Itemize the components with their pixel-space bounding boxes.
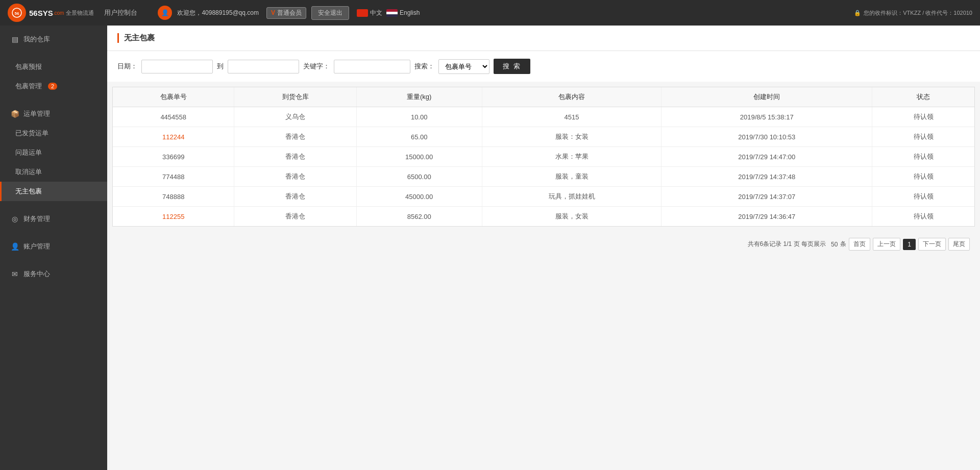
sidebar-section-finance: ◎ 财务管理 [0, 205, 107, 233]
cell-created: 2019/7/30 10:10:53 [662, 127, 872, 147]
sidebar-item-ownerless[interactable]: 无主包裹 [0, 182, 107, 201]
sidebar-item-service[interactable]: ✉ 服务中心 [0, 264, 107, 284]
lang-cn-label: 中文 [370, 9, 382, 17]
date-from-input[interactable] [141, 60, 213, 73]
user-id-text: 您的收件标识：VTKZZ / 收件代号：102010 [864, 9, 972, 17]
cell-created: 2019/8/5 15:38:17 [662, 107, 872, 127]
cell-content: 水果：苹果 [482, 147, 662, 167]
cell-status: 待认领 [872, 127, 974, 147]
current-page-button[interactable]: 1 [903, 239, 916, 250]
cell-warehouse: 香港仓 [234, 187, 356, 207]
cell-warehouse: 义乌仓 [234, 107, 356, 127]
col-status: 状态 [872, 87, 974, 107]
sidebar-service-label: 服务中心 [23, 269, 50, 279]
flag-th-icon [386, 9, 398, 17]
sidebar-item-shipping-management[interactable]: 📦 运单管理 [0, 104, 107, 123]
pagination-info: 共有6条记录 1/1 页 每页展示 [748, 240, 826, 249]
header: 56 56SYS .com 全景物流通 用户控制台 👤 欢迎您，40988919… [0, 0, 980, 26]
col-package-no: 包裹单号 [113, 87, 234, 107]
logout-button[interactable]: 安全退出 [311, 6, 349, 20]
keyword-label: 关键字： [303, 62, 330, 71]
table-header: 包裹单号 到货仓库 重量(kg) 包裹内容 创建时间 状态 [113, 87, 974, 107]
cell-status: 待认领 [872, 147, 974, 167]
sidebar-item-cancel-orders[interactable]: 取消运单 [0, 162, 107, 182]
search-type-select[interactable]: 包裹单号 [438, 59, 489, 74]
date-label: 日期： [117, 62, 137, 71]
flag-cn-icon [357, 9, 368, 17]
sidebar-account-label: 账户管理 [23, 242, 50, 251]
sidebar-section-packages: 包裹预报 包裹管理 2 [0, 53, 107, 100]
sidebar-finance-label: 财务管理 [23, 214, 50, 224]
date-to-input[interactable] [228, 60, 299, 73]
page-header: 无主包裹 [107, 26, 980, 51]
page-title: 无主包裹 [117, 33, 155, 43]
table-row: 774488 香港仓 6500.00 服装，童装 2019/7/29 14:37… [113, 167, 974, 187]
table-row: 112255 香港仓 8562.00 服装，女装 2019/7/29 14:36… [113, 207, 974, 227]
sidebar-item-package-management[interactable]: 包裹管理 2 [0, 77, 107, 96]
cell-status: 待认领 [872, 207, 974, 227]
first-page-button[interactable]: 首页 [849, 238, 870, 251]
sidebar-item-package-report[interactable]: 包裹预报 [0, 57, 107, 77]
sidebar-section-warehouse: ▤ 我的仓库 [0, 26, 107, 53]
sidebar-item-finance[interactable]: ◎ 财务管理 [0, 209, 107, 229]
content-area: 无主包裹 日期： 到 关键字： 搜索： 包裹单号 搜 索 包裹单号 到货仓库 [107, 26, 980, 470]
shipping-icon: 📦 [10, 110, 19, 118]
sidebar-section-account: 👤 账户管理 [0, 233, 107, 260]
keyword-input[interactable] [334, 60, 410, 73]
cell-content: 服装，女装 [482, 207, 662, 227]
data-table-container: 包裹单号 到货仓库 重量(kg) 包裹内容 创建时间 状态 4454558 义乌… [112, 87, 975, 227]
pagination-per-page: 50 [831, 241, 838, 248]
date-to-separator: 到 [217, 62, 224, 71]
cell-weight: 6500.00 [356, 167, 482, 187]
cell-package-no: 4454558 [113, 107, 234, 127]
logo-icon: 56 [8, 4, 26, 22]
logo-text: 56SYS [29, 9, 53, 17]
col-created: 创建时间 [662, 87, 872, 107]
sidebar-section-shipping: 📦 运单管理 已发货运单 问题运单 取消运单 无主包裹 [0, 100, 107, 205]
account-icon: 👤 [10, 242, 19, 251]
avatar: 👤 [158, 6, 172, 20]
data-table: 包裹单号 到货仓库 重量(kg) 包裹内容 创建时间 状态 4454558 义乌… [113, 87, 974, 226]
sidebar-item-my-warehouse[interactable]: ▤ 我的仓库 [0, 30, 107, 49]
cell-weight: 15000.00 [356, 147, 482, 167]
search-button[interactable]: 搜 索 [494, 59, 530, 74]
lang-en-button[interactable]: English [386, 9, 420, 17]
lang-en-label: English [400, 9, 420, 16]
prev-page-button[interactable]: 上一页 [873, 238, 900, 251]
cell-weight: 10.00 [356, 107, 482, 127]
cell-package-no: 748888 [113, 187, 234, 207]
sidebar-cancel-orders-label: 取消运单 [15, 167, 42, 177]
cell-created: 2019/7/29 14:37:48 [662, 167, 872, 187]
cell-weight: 8562.00 [356, 207, 482, 227]
table-row: 112244 香港仓 65.00 服装：女装 2019/7/30 10:10:5… [113, 127, 974, 147]
finance-icon: ◎ [10, 215, 19, 223]
logo-subtitle: 全景物流通 [66, 9, 94, 17]
cell-created: 2019/7/29 14:47:00 [662, 147, 872, 167]
table-row: 336699 香港仓 15000.00 水果：苹果 2019/7/29 14:4… [113, 147, 974, 167]
cell-warehouse: 香港仓 [234, 147, 356, 167]
sidebar-item-shipped-orders[interactable]: 已发货运单 [0, 123, 107, 143]
lang-cn-button[interactable]: 中文 [357, 9, 382, 17]
cell-created: 2019/7/29 14:37:07 [662, 187, 872, 207]
member-label: 普通会员 [277, 9, 302, 17]
cell-status: 待认领 [872, 107, 974, 127]
member-v-icon: V [271, 9, 275, 16]
cell-warehouse: 香港仓 [234, 127, 356, 147]
next-page-button[interactable]: 下一页 [918, 238, 946, 251]
sidebar-package-management-label: 包裹管理 [15, 82, 42, 91]
main-layout: ▤ 我的仓库 包裹预报 包裹管理 2 📦 运单管理 已发货运单 问题运单 [0, 26, 980, 470]
sidebar-ownerless-label: 无主包裹 [15, 187, 42, 196]
service-icon: ✉ [10, 270, 19, 278]
sidebar-item-account[interactable]: 👤 账户管理 [0, 237, 107, 256]
cell-content: 4515 [482, 107, 662, 127]
sidebar-item-problem-orders[interactable]: 问题运单 [0, 143, 107, 162]
cell-package-no[interactable]: 112255 [113, 207, 234, 227]
pagination-per-page-unit: 条 [840, 240, 846, 249]
cell-status: 待认领 [872, 187, 974, 207]
cell-package-no[interactable]: 112244 [113, 127, 234, 147]
pagination: 共有6条记录 1/1 页 每页展示 50 条 首页 上一页 1 下一页 尾页 [107, 232, 980, 257]
cell-warehouse: 香港仓 [234, 167, 356, 187]
col-weight: 重量(kg) [356, 87, 482, 107]
last-page-button[interactable]: 尾页 [948, 238, 970, 251]
cell-package-no: 336699 [113, 147, 234, 167]
